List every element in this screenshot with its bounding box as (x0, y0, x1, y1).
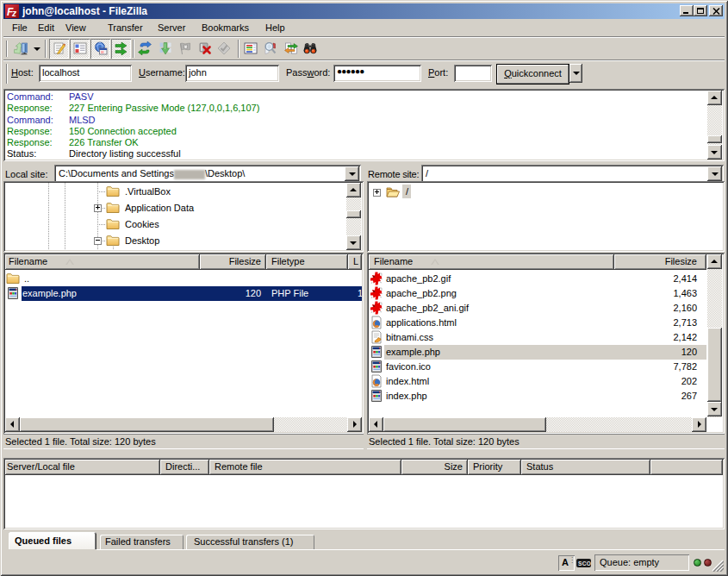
svg-text:z: z (11, 9, 16, 18)
